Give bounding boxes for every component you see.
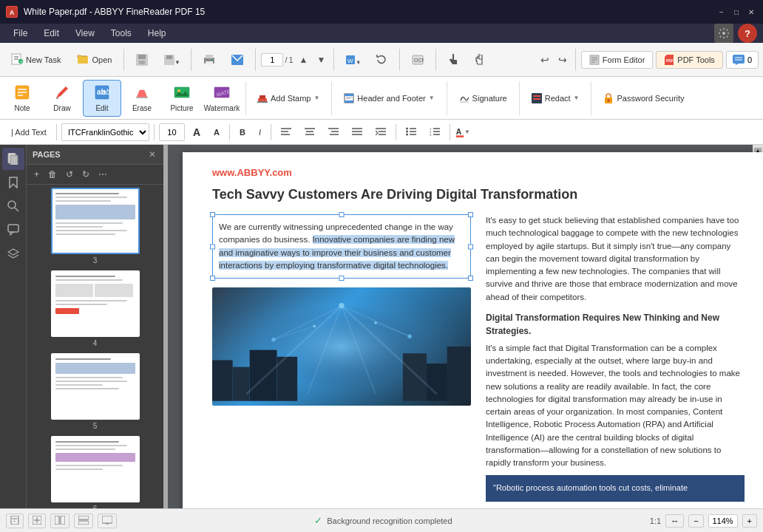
handle-ml[interactable] [210, 244, 215, 249]
export-button[interactable]: W▼ [339, 47, 366, 73]
handle-tl[interactable] [210, 212, 215, 217]
align-left-button[interactable] [276, 125, 296, 140]
page-input[interactable]: 1 [261, 53, 283, 66]
sidebar-layers-icon[interactable] [2, 242, 24, 265]
menu-view[interactable]: View [68, 26, 102, 41]
page-thumb-6[interactable]: 6 [30, 436, 160, 508]
more-options-btn[interactable]: ⋯ [95, 168, 110, 181]
font-size-input[interactable]: 10 [159, 123, 185, 141]
zoom-out-btn[interactable]: − [688, 514, 703, 528]
comment-icon [733, 55, 745, 65]
close-button[interactable]: ✕ [745, 6, 757, 18]
sidebar-bookmarks-icon[interactable] [2, 171, 24, 194]
svg-rect-89 [456, 135, 464, 137]
menu-help[interactable]: Help [140, 26, 174, 41]
maximize-button[interactable]: □ [730, 6, 742, 18]
monitor-btn[interactable] [98, 514, 117, 528]
zoom-input[interactable]: 114% [708, 514, 738, 528]
new-task-button[interactable]: + New Task [4, 47, 67, 73]
save-button[interactable] [129, 47, 155, 73]
scroll-mode-btn[interactable] [74, 514, 93, 528]
signature-icon [459, 93, 469, 103]
handle-bl[interactable] [210, 276, 215, 281]
page-thumb-3[interactable]: 3 [30, 188, 160, 265]
title-bar: A White Paper.pdf - ABBYY FineReader PDF… [0, 0, 763, 24]
next-page-button[interactable]: ▼ [313, 53, 328, 66]
font-size-down[interactable]: A [208, 126, 225, 139]
handle-br[interactable] [468, 276, 473, 281]
menu-edit[interactable]: Edit [36, 26, 67, 41]
redact-button[interactable]: Redact ▼ [525, 85, 586, 112]
comment-button[interactable]: 0 [726, 51, 759, 69]
align-right-button[interactable] [323, 125, 344, 140]
page-thumb-4[interactable]: 4 [30, 270, 160, 347]
open-label: Open [92, 55, 112, 64]
add-page-btn[interactable]: + [31, 168, 42, 181]
rotate-page-btn2[interactable]: ↻ [79, 168, 92, 181]
handle-tr[interactable] [468, 212, 473, 217]
handle-mr[interactable] [468, 244, 473, 249]
align-center-button[interactable] [299, 125, 320, 140]
print-button[interactable] [197, 47, 222, 73]
selected-text-box[interactable]: We are currently witnessing unprecedente… [212, 214, 471, 279]
password-security-button[interactable]: Password Security [597, 85, 691, 112]
add-text-button[interactable]: | Add Text [6, 126, 52, 139]
rotate-page-btn[interactable]: ↺ [63, 168, 76, 181]
menu-file[interactable]: File [6, 26, 35, 41]
header-footer-button[interactable]: Header and Footer ▼ [337, 85, 441, 112]
add-stamp-button[interactable]: Add Stamp ▼ [251, 85, 326, 112]
zoom-in-btn[interactable]: + [742, 514, 757, 528]
bold-button[interactable]: B [234, 126, 251, 139]
italic-button[interactable]: I [254, 126, 266, 139]
page-thumb-5[interactable]: 5 [30, 353, 160, 430]
picture-tool[interactable]: Picture [163, 80, 201, 117]
open-button[interactable]: Open [70, 47, 118, 73]
erase-tool[interactable]: Erase [123, 80, 161, 117]
note-tool[interactable]: Note [3, 80, 41, 117]
form-editor-button[interactable]: Form Editor [581, 51, 653, 69]
prev-page-button[interactable]: ▲ [296, 53, 311, 66]
fit-width-btn[interactable]: ↔ [665, 514, 684, 528]
watermark-tool[interactable]: WATER Watermark [203, 80, 241, 117]
fit-page-btn[interactable] [28, 514, 46, 528]
signature-button[interactable]: Signature [452, 85, 514, 112]
sidebar-search-icon[interactable] [2, 195, 24, 217]
redact-arrow: ▼ [574, 95, 580, 101]
pdf-tools-button[interactable]: PDF PDF Tools [656, 51, 723, 69]
split-view-btn[interactable] [50, 514, 69, 528]
sidebar-pages-icon[interactable] [2, 148, 24, 170]
save-as-button[interactable]: ▼ [157, 47, 186, 73]
help-icon[interactable]: ? [738, 24, 757, 43]
svg-text:+: + [20, 59, 22, 64]
sidebar-comments-icon[interactable] [2, 219, 24, 241]
email-button[interactable] [225, 47, 250, 73]
pan-tool[interactable] [468, 47, 493, 73]
new-page-btn[interactable]: + [6, 514, 24, 528]
indent-button[interactable] [370, 125, 391, 140]
menu-bar: File Edit View Tools Help ? [0, 24, 763, 43]
numbered-list-button[interactable]: 1.2.3. [424, 125, 445, 140]
font-size-up[interactable]: A [188, 124, 206, 140]
redo-button[interactable]: ↪ [555, 52, 570, 67]
fmt-sep5 [396, 124, 396, 140]
ocr-button[interactable]: OCR [405, 47, 430, 73]
draw-tool[interactable]: Draw [43, 80, 81, 117]
menu-tools[interactable]: Tools [104, 26, 139, 41]
settings-icon[interactable] [714, 24, 733, 43]
font-selector[interactable]: ITCFranklinGothic [61, 123, 149, 141]
align-justify-button[interactable] [347, 125, 367, 140]
pages-close-button[interactable]: ✕ [147, 149, 157, 160]
bullet-list-button[interactable] [401, 125, 421, 140]
undo-button[interactable]: ↩ [538, 52, 552, 67]
text-color-button[interactable]: A ▼ [455, 124, 471, 140]
handle-tm[interactable] [339, 212, 345, 217]
refresh-button[interactable] [369, 47, 394, 73]
handle-bm[interactable] [339, 276, 345, 281]
svg-rect-95 [8, 225, 18, 232]
hand-tool[interactable] [441, 47, 465, 73]
delete-page-btn[interactable]: 🗑 [45, 168, 60, 181]
pointer-icon [448, 54, 458, 66]
minimize-button[interactable]: − [716, 6, 728, 18]
right-para-1: It's easy to get stuck believing that es… [486, 214, 745, 304]
edit-tool[interactable]: abab Edit [83, 80, 121, 117]
